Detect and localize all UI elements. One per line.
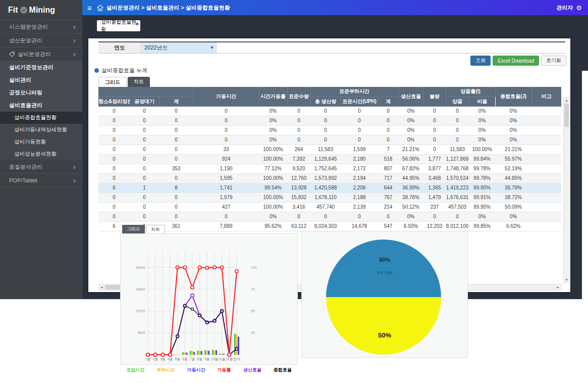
- table-cell: 0: [98, 202, 130, 212]
- table-cell: 44.95%: [398, 173, 423, 183]
- table-cell: 0: [287, 135, 310, 145]
- table-row[interactable]: 00000%00000%000%0%: [98, 212, 561, 221]
- sidebar-item[interactable]: 설비가동현황: [0, 136, 82, 148]
- column-header[interactable]: 양품률(I): [446, 87, 495, 97]
- hamburger-icon[interactable]: ≡: [87, 4, 92, 12]
- table-row[interactable]: 000427100.00%3,416457,7402,13921450.12%2…: [98, 202, 561, 212]
- overlay-view-tabs: 그리드 차트: [122, 225, 165, 233]
- column-header[interactable]: 불량: [423, 87, 446, 106]
- legend-item[interactable]: 조업시간: [126, 367, 144, 373]
- sidebar-item[interactable]: 설비가동내역상세현황: [0, 124, 82, 136]
- sidebar-item[interactable]: 설비성능분석현황: [0, 148, 82, 160]
- table-cell: 21.21%: [495, 145, 531, 154]
- sidebar-item[interactable]: 시스템운영관리∨: [0, 20, 82, 34]
- legend-item[interactable]: 가동률: [218, 367, 231, 373]
- table-cell: 214: [378, 202, 398, 212]
- sidebar-item[interactable]: POP/Tablet∨: [0, 174, 82, 187]
- legend-item[interactable]: 부하시간: [156, 367, 175, 373]
- column-header[interactable]: [98, 87, 193, 97]
- table-cell: 50.09%: [495, 202, 531, 212]
- table-cell: 0: [287, 106, 310, 116]
- column-header[interactable]: 생산효율: [398, 87, 423, 106]
- table-cell: 56.06%: [398, 154, 423, 164]
- table-row[interactable]: 0001,595100.00%12,7601,573,9922,19471744…: [98, 173, 561, 183]
- sidebar-item[interactable]: 설비운영관리∨: [0, 47, 82, 61]
- legend-item[interactable]: 종합효율: [274, 367, 292, 373]
- sidebar-item-label: 설비관리: [9, 76, 31, 84]
- home-icon[interactable]: [97, 5, 103, 11]
- logo-suffix: Mining: [29, 6, 56, 15]
- table-row[interactable]: 00000%00000%000%0%: [98, 116, 561, 125]
- table-cell: 0: [159, 116, 193, 125]
- page-tab-label: 설비종합효율현황: [101, 19, 140, 33]
- scroll-left-icon[interactable]: ◄: [99, 284, 104, 290]
- table-row[interactable]: 00000%00000%000%0%: [98, 135, 561, 145]
- scroll-right-icon[interactable]: ►: [555, 284, 561, 290]
- sidebar-item[interactable]: 생산운영관리∨: [0, 34, 82, 47]
- topbar: ≡ 설비운영관리 > 설비효율관리 > 설비종합효율현황 관리자 ⚙: [82, 0, 588, 15]
- table-row[interactable]: 000924100.00%7,3921,129,6452,18051856.06…: [98, 154, 561, 164]
- legend-item[interactable]: 가동시간: [187, 367, 205, 373]
- sidebar-item-label: 시스템운영관리: [9, 23, 48, 31]
- oee-total-radio[interactable]: 설비종합효율 누계: [94, 67, 147, 74]
- table-cell: 0%: [469, 106, 495, 116]
- overlay-tab-grid[interactable]: 그리드: [122, 225, 145, 233]
- table-cell: 0%: [469, 135, 495, 145]
- svg-text:100: 100: [251, 266, 257, 269]
- table-row[interactable]: 00033100.00%26411,5831,599721.21%011,583…: [98, 145, 561, 154]
- sidebar-item[interactable]: 품질분석관리∨: [0, 160, 82, 174]
- excel-download-button[interactable]: Excel Download: [493, 56, 539, 66]
- sidebar-item[interactable]: 설비관리: [0, 74, 82, 86]
- table-row[interactable]: 6181,74199.54%13,9281,420,5882,20664436.…: [98, 183, 561, 193]
- sidebar-item[interactable]: 공정모니터링: [0, 86, 82, 99]
- column-header[interactable]: 표준수량: [287, 87, 310, 106]
- column-subheader[interactable]: 계: [378, 97, 398, 106]
- column-header[interactable]: 가동시간: [193, 87, 259, 106]
- table-cell: 0: [341, 212, 378, 221]
- table-row[interactable]: 003531,19077.12%9,5201,752,6452,17280767…: [98, 164, 561, 173]
- column-subheader[interactable]: 표준시간(UPH): [341, 97, 378, 106]
- scroll-down-icon[interactable]: ▼: [564, 277, 569, 282]
- vscroll-thumb[interactable]: [564, 104, 569, 127]
- table-cell: 44.85%: [495, 173, 531, 183]
- column-subheader[interactable]: 비율: [469, 97, 495, 106]
- table-row[interactable]: 00000%00000%000%0%: [98, 125, 561, 135]
- sidebar-item[interactable]: 설비종합효율현황: [0, 112, 82, 124]
- gear-icon[interactable]: ⚙: [576, 4, 582, 12]
- sidebar-item[interactable]: 설비효율관리: [0, 99, 82, 112]
- column-subheader[interactable]: 계: [159, 97, 193, 106]
- table-cell: 0: [98, 193, 130, 202]
- table-row[interactable]: 613617,88995.62%63,1128,024,30314,678547…: [98, 221, 561, 231]
- reset-button[interactable]: 초기화: [541, 56, 566, 66]
- tab-grid[interactable]: 그리드: [98, 77, 127, 87]
- sidebar-item[interactable]: 설비기준정보관리: [0, 61, 82, 74]
- table-cell: 0: [193, 125, 259, 135]
- column-subheader[interactable]: 양품: [446, 97, 469, 106]
- column-header[interactable]: 비고: [531, 87, 561, 106]
- column-subheader[interactable]: 총 생산량: [310, 97, 341, 106]
- table-cell: 0: [98, 173, 130, 183]
- close-icon[interactable]: ×: [136, 21, 139, 27]
- column-header[interactable]: 시간가동률: [259, 87, 287, 106]
- legend-item[interactable]: 생산효율: [243, 367, 261, 373]
- table-row[interactable]: 00000%00000%000%0%: [98, 106, 561, 116]
- column-header[interactable]: 표준부하시간: [310, 87, 398, 97]
- table-cell: 0: [310, 212, 341, 221]
- table-cell: 0: [310, 135, 341, 145]
- column-subheader[interactable]: 공정대기: [130, 97, 159, 106]
- overlay-tab-chart[interactable]: 차트: [146, 225, 165, 233]
- search-button[interactable]: 조회: [470, 56, 491, 66]
- user-name[interactable]: 관리자: [556, 4, 573, 12]
- year-select[interactable]: 2022년도 ▼: [141, 42, 217, 53]
- scroll-up-icon[interactable]: ▲: [564, 98, 569, 103]
- sidebar-item-label: 설비운영관리: [18, 51, 51, 58]
- column-subheader[interactable]: 청소&정리정돈: [98, 97, 130, 106]
- oee-grid: 가동시간시간가동률표준수량표준부하시간생산효율불량양품률(I)종합효율(J)비고…: [98, 87, 561, 231]
- table-row[interactable]: 0001,979100.00%15,8321,678,1102,18876738…: [98, 193, 561, 202]
- page-tab[interactable]: 설비종합효율현황 ×: [97, 20, 140, 31]
- sidebar-item-label: 공정모니터링: [9, 89, 42, 97]
- column-header[interactable]: 종합효율(J): [495, 87, 531, 106]
- tab-chart[interactable]: 차트: [128, 77, 150, 87]
- table-cell: 0: [193, 135, 259, 145]
- vertical-scrollbar[interactable]: ▲ ▼: [563, 97, 570, 283]
